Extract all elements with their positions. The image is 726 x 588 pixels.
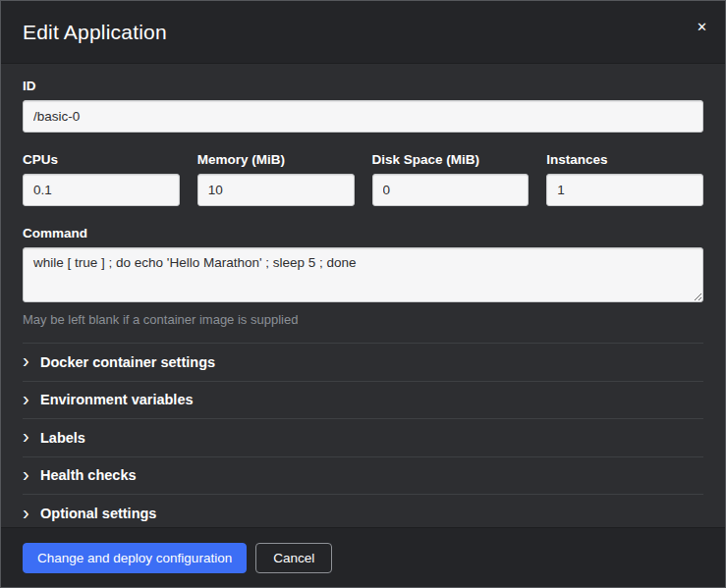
section-label: Labels bbox=[40, 430, 85, 446]
id-label: ID bbox=[23, 79, 703, 93]
section-optional-settings[interactable]: › Optional settings bbox=[23, 495, 703, 527]
chevron-right-icon: › bbox=[23, 503, 40, 522]
section-label: Health checks bbox=[40, 467, 137, 483]
memory-field: Memory (MiB) bbox=[197, 152, 355, 206]
cancel-button[interactable]: Cancel bbox=[255, 543, 332, 573]
chevron-right-icon: › bbox=[23, 350, 40, 370]
disk-field: Disk Space (MiB) bbox=[372, 152, 530, 206]
cpus-field: CPUs bbox=[23, 152, 180, 206]
close-icon[interactable]: ✕ bbox=[693, 17, 711, 37]
command-label: Command bbox=[23, 226, 703, 241]
modal-header: Edit Application bbox=[1, 1, 725, 64]
section-labels[interactable]: › Labels bbox=[23, 419, 703, 457]
edit-application-modal: Edit Application ✕ ID CPUs Memory (MiB) … bbox=[0, 0, 726, 588]
disk-label: Disk Space (MiB) bbox=[372, 152, 530, 167]
modal-title: Edit Application bbox=[23, 21, 167, 44]
memory-label: Memory (MiB) bbox=[197, 152, 355, 167]
change-and-deploy-button[interactable]: Change and deploy configuration bbox=[23, 543, 247, 573]
chevron-right-icon: › bbox=[23, 464, 40, 484]
modal-footer: Change and deploy configuration Cancel bbox=[1, 527, 725, 587]
command-field: Command while [ true ] ; do echo 'Hello … bbox=[23, 226, 703, 327]
section-environment-variables[interactable]: › Environment variables bbox=[23, 382, 703, 420]
command-help-text: May be left blank if a container image i… bbox=[23, 312, 703, 327]
resources-row: CPUs Memory (MiB) Disk Space (MiB) Insta… bbox=[23, 152, 703, 206]
memory-input[interactable] bbox=[197, 174, 355, 206]
section-docker-container-settings[interactable]: › Docker container settings bbox=[23, 344, 703, 382]
section-label: Docker container settings bbox=[40, 354, 215, 370]
chevron-right-icon: › bbox=[23, 389, 40, 408]
instances-input[interactable] bbox=[546, 174, 703, 206]
section-label: Environment variables bbox=[40, 392, 194, 407]
cpus-label: CPUs bbox=[23, 152, 180, 167]
disk-input[interactable] bbox=[372, 174, 530, 206]
id-input[interactable] bbox=[23, 100, 703, 133]
instances-label: Instances bbox=[546, 152, 703, 167]
id-field: ID bbox=[23, 79, 703, 133]
collapsible-sections: › Docker container settings › Environmen… bbox=[23, 343, 703, 527]
instances-field: Instances bbox=[546, 152, 703, 206]
section-health-checks[interactable]: › Health checks bbox=[23, 457, 703, 496]
section-label: Optional settings bbox=[40, 506, 156, 521]
modal-body: ID CPUs Memory (MiB) Disk Space (MiB) In… bbox=[1, 64, 725, 527]
command-input[interactable]: while [ true ] ; do echo 'Hello Marathon… bbox=[23, 247, 703, 302]
chevron-right-icon: › bbox=[23, 426, 40, 446]
cpus-input[interactable] bbox=[23, 174, 180, 206]
